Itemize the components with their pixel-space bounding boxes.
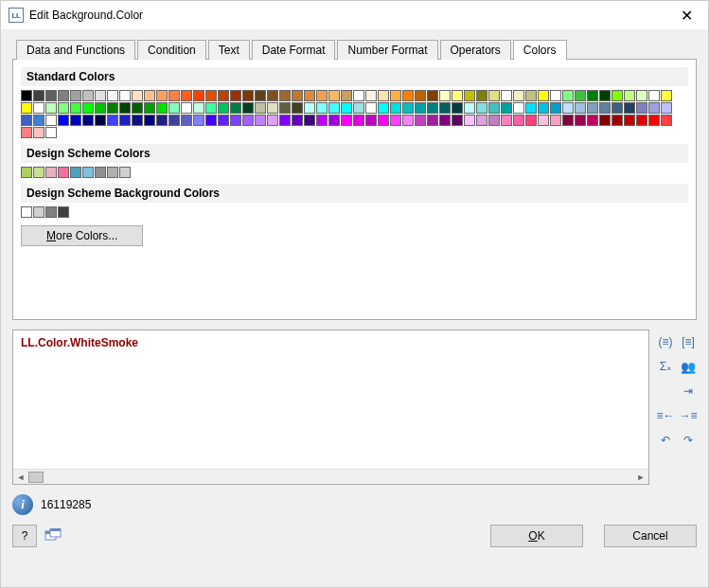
color-swatch[interactable]	[181, 90, 192, 101]
tab-number-format[interactable]: Number Format	[337, 40, 437, 60]
color-swatch[interactable]	[476, 102, 487, 114]
color-swatch[interactable]	[218, 90, 229, 101]
color-swatch[interactable]	[378, 90, 389, 101]
color-swatch[interactable]	[33, 167, 44, 178]
color-swatch[interactable]	[612, 102, 623, 114]
color-swatch[interactable]	[33, 90, 44, 101]
color-swatch[interactable]	[341, 115, 352, 126]
color-swatch[interactable]	[624, 90, 635, 101]
color-swatch[interactable]	[525, 102, 537, 114]
color-swatch[interactable]	[168, 90, 180, 101]
color-swatch[interactable]	[390, 102, 401, 114]
color-swatch[interactable]	[82, 167, 94, 178]
color-swatch[interactable]	[45, 206, 57, 218]
color-swatch[interactable]	[365, 90, 377, 101]
help-button[interactable]: ?	[12, 525, 37, 547]
color-swatch[interactable]	[636, 102, 647, 114]
color-swatch[interactable]	[230, 115, 241, 126]
color-swatch[interactable]	[427, 115, 438, 126]
color-swatch[interactable]	[45, 90, 57, 101]
color-swatch[interactable]	[132, 90, 143, 101]
color-swatch[interactable]	[513, 90, 524, 101]
color-swatch[interactable]	[70, 90, 81, 101]
color-swatch[interactable]	[107, 115, 118, 126]
color-swatch[interactable]	[525, 90, 537, 101]
color-swatch[interactable]	[562, 90, 574, 101]
color-swatch[interactable]	[95, 167, 106, 178]
color-swatch[interactable]	[415, 90, 426, 101]
color-swatch[interactable]	[550, 90, 561, 101]
color-swatch[interactable]	[21, 167, 32, 178]
color-swatch[interactable]	[328, 90, 340, 101]
color-swatch[interactable]	[488, 115, 500, 126]
color-swatch[interactable]	[562, 102, 574, 114]
color-swatch[interactable]	[575, 90, 586, 101]
color-swatch[interactable]	[452, 90, 463, 101]
tab-colors[interactable]: Colors	[513, 40, 567, 61]
color-swatch[interactable]	[45, 102, 57, 114]
color-swatch[interactable]	[193, 115, 204, 126]
color-swatch[interactable]	[21, 206, 32, 218]
color-swatch[interactable]	[378, 115, 389, 126]
redo-icon[interactable]: ↷	[680, 432, 697, 449]
close-button[interactable]: ✕	[672, 7, 700, 25]
cancel-button[interactable]: Cancel	[604, 525, 697, 547]
color-swatch[interactable]	[168, 115, 180, 126]
color-swatch[interactable]	[168, 102, 180, 114]
color-swatch[interactable]	[279, 115, 291, 126]
scroll-track[interactable]	[28, 472, 633, 483]
color-swatch[interactable]	[501, 102, 512, 114]
color-swatch[interactable]	[538, 102, 549, 114]
color-swatch[interactable]	[242, 102, 254, 114]
color-swatch[interactable]	[205, 115, 217, 126]
color-swatch[interactable]	[501, 90, 512, 101]
color-swatch[interactable]	[156, 115, 168, 126]
color-swatch[interactable]	[648, 115, 660, 126]
color-swatch[interactable]	[587, 115, 598, 126]
color-swatch[interactable]	[402, 102, 414, 114]
color-swatch[interactable]	[33, 206, 44, 218]
color-swatch[interactable]	[464, 90, 475, 101]
color-swatch[interactable]	[365, 115, 377, 126]
color-swatch[interactable]	[95, 102, 106, 114]
color-swatch[interactable]	[624, 115, 635, 126]
color-swatch[interactable]	[488, 90, 500, 101]
color-swatch[interactable]	[107, 90, 118, 101]
color-swatch[interactable]	[45, 167, 57, 178]
tab-operators[interactable]: Operators	[440, 40, 511, 60]
color-swatch[interactable]	[156, 90, 168, 101]
color-swatch[interactable]	[58, 90, 69, 101]
color-swatch[interactable]	[648, 102, 660, 114]
color-swatch[interactable]	[464, 102, 475, 114]
color-swatch[interactable]	[661, 90, 672, 101]
color-swatch[interactable]	[488, 102, 500, 114]
color-swatch[interactable]	[21, 115, 32, 126]
color-swatch[interactable]	[33, 102, 44, 114]
color-swatch[interactable]	[378, 102, 389, 114]
color-swatch[interactable]	[242, 90, 254, 101]
color-swatch[interactable]	[365, 102, 377, 114]
ok-button[interactable]: OK	[490, 525, 583, 547]
more-colors-button[interactable]: More Colors...	[21, 225, 143, 246]
color-swatch[interactable]	[95, 90, 106, 101]
color-swatch[interactable]	[587, 102, 598, 114]
color-swatch[interactable]	[267, 90, 278, 101]
color-swatch[interactable]	[144, 90, 155, 101]
color-swatch[interactable]	[304, 102, 315, 114]
sum-icon[interactable]: Σₓ	[657, 358, 674, 375]
color-swatch[interactable]	[612, 90, 623, 101]
color-swatch[interactable]	[415, 115, 426, 126]
color-swatch[interactable]	[476, 115, 487, 126]
color-swatch[interactable]	[587, 90, 598, 101]
color-swatch[interactable]	[205, 90, 217, 101]
color-swatch[interactable]	[21, 102, 32, 114]
color-swatch[interactable]	[452, 115, 463, 126]
color-swatch[interactable]	[513, 115, 524, 126]
scroll-thumb[interactable]	[28, 472, 44, 483]
color-swatch[interactable]	[292, 115, 303, 126]
expression-text[interactable]: LL.Color.WhiteSmoke	[13, 330, 648, 469]
color-swatch[interactable]	[452, 102, 463, 114]
color-swatch[interactable]	[415, 102, 426, 114]
color-swatch[interactable]	[501, 115, 512, 126]
color-swatch[interactable]	[599, 102, 611, 114]
